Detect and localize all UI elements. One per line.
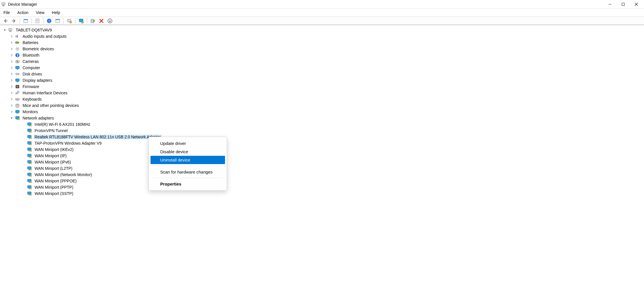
device-label: WAN Miniport (SSTP) bbox=[34, 191, 74, 196]
tree-category[interactable]: Bluetooth bbox=[3, 52, 644, 58]
chevron-right-icon[interactable] bbox=[10, 78, 14, 82]
minimize-button[interactable] bbox=[603, 0, 617, 9]
network-adapter-icon bbox=[27, 172, 32, 177]
network-adapter-icon bbox=[27, 191, 32, 196]
chevron-right-icon[interactable] bbox=[10, 34, 14, 38]
disable-device-button[interactable] bbox=[98, 17, 105, 24]
tree-category[interactable]: Audio inputs and outputs bbox=[3, 33, 644, 39]
tree-category[interactable]: Monitors bbox=[3, 109, 644, 115]
uninstall-device-button[interactable] bbox=[106, 17, 114, 24]
menu-file[interactable]: File bbox=[2, 10, 11, 15]
toolbar bbox=[0, 17, 644, 25]
titlebar: Device Manager bbox=[0, 0, 644, 9]
computer-icon bbox=[15, 65, 20, 70]
root-label: TABLET-DQ6TVAV9 bbox=[15, 28, 53, 32]
context-properties[interactable]: Properties bbox=[151, 180, 225, 188]
biometric-icon bbox=[15, 46, 20, 51]
context-disable-device[interactable]: Disable device bbox=[151, 148, 225, 156]
device-label: WAN Miniport (IKEv2) bbox=[34, 147, 74, 152]
tree-device[interactable]: WAN Miniport (SSTP) bbox=[3, 190, 644, 197]
menu-action[interactable]: Action bbox=[16, 10, 30, 15]
tree-device[interactable]: Realtek RTL8188FTV Wireless LAN 802.11n … bbox=[3, 134, 644, 140]
category-label: Keyboards bbox=[22, 97, 43, 101]
tree-device[interactable]: WAN Miniport (IPv6) bbox=[3, 159, 644, 165]
tree-device[interactable]: WAN Miniport (PPTP) bbox=[3, 184, 644, 190]
firmware-icon bbox=[15, 84, 20, 89]
menubar: File Action View Help bbox=[0, 9, 644, 17]
tree-category[interactable]: Display adapters bbox=[3, 77, 644, 83]
toolbar-separator bbox=[43, 18, 43, 24]
computer-icon bbox=[8, 27, 13, 33]
chevron-right-icon[interactable] bbox=[10, 110, 14, 114]
tree-category[interactable]: Mice and other pointing devices bbox=[3, 102, 644, 109]
category-label: Batteries bbox=[22, 40, 39, 45]
tree-category[interactable]: Computer bbox=[3, 65, 644, 71]
tree-device[interactable]: WAN Miniport (Network Monitor) bbox=[3, 172, 644, 178]
network-adapter-icon bbox=[27, 141, 32, 146]
tree-device[interactable]: Intel(R) Wi-Fi 6 AX201 160MHz bbox=[3, 121, 644, 127]
chevron-right-icon[interactable] bbox=[10, 66, 14, 70]
update-driver-button[interactable] bbox=[66, 17, 73, 24]
bluetooth-icon bbox=[15, 53, 20, 58]
chevron-right-icon[interactable] bbox=[10, 72, 14, 76]
help-button[interactable] bbox=[45, 17, 53, 24]
window-title: Device Manager bbox=[8, 2, 37, 7]
context-separator bbox=[153, 166, 223, 166]
context-update-driver[interactable]: Update driver bbox=[151, 139, 225, 148]
network-adapter-icon bbox=[27, 185, 32, 190]
tree-category[interactable]: Firmware bbox=[3, 83, 644, 90]
chevron-right-icon[interactable] bbox=[10, 85, 14, 89]
tree-category[interactable]: Cameras bbox=[3, 58, 644, 65]
tree-category[interactable]: Disk drives bbox=[3, 71, 644, 77]
tree-category[interactable]: Biometric devices bbox=[3, 46, 644, 52]
show-hide-tree-button[interactable] bbox=[22, 17, 29, 24]
scan-hardware-button[interactable] bbox=[77, 17, 85, 24]
tree-category[interactable]: Network adapters bbox=[3, 115, 644, 121]
tree-device[interactable]: TAP-ProtonVPN Windows Adapter V9 bbox=[3, 140, 644, 146]
chevron-down-icon[interactable] bbox=[10, 116, 14, 120]
tree-device[interactable]: WAN Miniport (PPPOE) bbox=[3, 178, 644, 184]
scan-event-button[interactable] bbox=[54, 17, 61, 24]
tree-device[interactable]: WAN Miniport (IKEv2) bbox=[3, 146, 644, 153]
network-icon bbox=[15, 115, 20, 121]
tree-root[interactable]: TABLET-DQ6TVAV9 bbox=[3, 27, 644, 33]
chevron-right-icon[interactable] bbox=[10, 103, 14, 107]
device-label: ProtonVPN Tunnel bbox=[34, 128, 69, 133]
chevron-down-icon[interactable] bbox=[3, 28, 7, 32]
menu-help[interactable]: Help bbox=[51, 10, 61, 15]
tree-device[interactable]: WAN Miniport (IP) bbox=[3, 153, 644, 159]
close-button[interactable] bbox=[630, 0, 643, 9]
tree-device[interactable]: WAN Miniport (L2TP) bbox=[3, 165, 644, 172]
disk-icon bbox=[15, 71, 20, 77]
context-scan-hardware[interactable]: Scan for hardware changes bbox=[151, 168, 225, 176]
toolbar-separator bbox=[87, 18, 87, 24]
forward-button[interactable] bbox=[10, 17, 18, 24]
category-label: Mice and other pointing devices bbox=[22, 103, 80, 108]
context-uninstall-device[interactable]: Uninstall device bbox=[151, 156, 225, 164]
chevron-right-icon[interactable] bbox=[10, 53, 14, 57]
back-button[interactable] bbox=[2, 17, 9, 24]
context-menu: Update driver Disable device Uninstall d… bbox=[149, 137, 227, 191]
enable-device-button[interactable] bbox=[89, 17, 97, 24]
tree-category[interactable]: Human Interface Devices bbox=[3, 90, 644, 96]
device-label: Realtek RTL8188FTV Wireless LAN 802.11n … bbox=[34, 135, 162, 139]
device-label: WAN Miniport (L2TP) bbox=[34, 166, 73, 171]
network-adapter-icon bbox=[27, 147, 32, 152]
device-label: WAN Miniport (PPTP) bbox=[34, 185, 74, 190]
chevron-right-icon[interactable] bbox=[10, 41, 14, 45]
tree-category[interactable]: Batteries bbox=[3, 39, 644, 46]
category-label: Firmware bbox=[22, 84, 40, 89]
network-adapter-icon bbox=[27, 160, 32, 165]
chevron-right-icon[interactable] bbox=[10, 47, 14, 51]
chevron-right-icon[interactable] bbox=[10, 59, 14, 63]
maximize-button[interactable] bbox=[617, 0, 630, 9]
device-label: WAN Miniport (PPPOE) bbox=[34, 179, 77, 183]
properties-button[interactable] bbox=[34, 17, 41, 24]
tree-device[interactable]: ProtonVPN Tunnel bbox=[3, 127, 644, 134]
chevron-right-icon[interactable] bbox=[10, 91, 14, 95]
chevron-right-icon[interactable] bbox=[10, 97, 14, 101]
network-adapter-icon bbox=[27, 166, 32, 171]
device-label: WAN Miniport (Network Monitor) bbox=[34, 172, 93, 177]
tree-category[interactable]: Keyboards bbox=[3, 96, 644, 102]
menu-view[interactable]: View bbox=[35, 10, 45, 15]
